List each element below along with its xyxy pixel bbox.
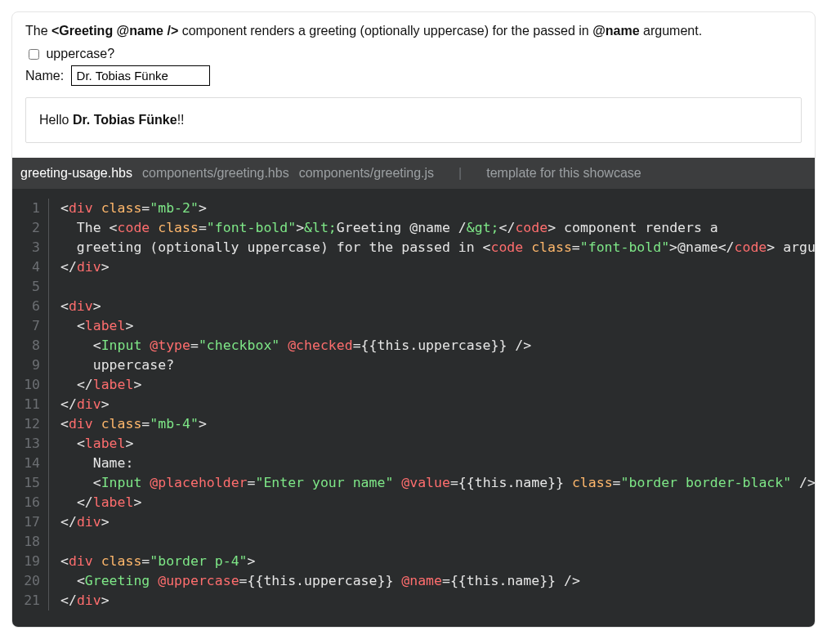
token-attr: class: [101, 553, 142, 569]
code-content: <div>: [60, 297, 114, 316]
line-number: 18: [12, 532, 48, 552]
code-content: </div>: [60, 395, 123, 414]
code-line: 12<div class="mb-4">: [12, 414, 815, 434]
token-expr: {{this.uppercase}}: [361, 338, 507, 353]
token-punct: <: [93, 475, 101, 490]
token-text: [150, 573, 158, 588]
token-punct: =: [141, 553, 150, 569]
desc-code-greeting: <Greeting @name />: [51, 24, 178, 38]
token-punct: >: [767, 239, 775, 255]
token-punct: =: [450, 475, 458, 490]
token-text: [791, 475, 799, 490]
line-number: 4: [12, 257, 48, 277]
greeting-bang: !!: [177, 113, 185, 127]
code-content: [60, 532, 82, 552]
uppercase-row: uppercase?: [25, 47, 802, 62]
gutter-bar: [48, 277, 60, 297]
token-punct: />: [564, 573, 580, 588]
code-content: </div>: [60, 591, 123, 610]
token-tag: label: [85, 318, 126, 333]
gutter-bar: [48, 473, 60, 493]
token-tag: div: [77, 514, 101, 530]
uppercase-checkbox[interactable]: [29, 49, 39, 60]
token-arg: @uppercase: [158, 573, 239, 588]
token-text: argument.: [775, 239, 815, 255]
token-punct: =: [239, 573, 248, 588]
desc-mid: component renders a greeting (optionally…: [178, 24, 592, 38]
tab-template-showcase[interactable]: template for this showcase: [486, 166, 641, 181]
uppercase-label[interactable]: uppercase?: [25, 47, 114, 60]
gutter-bar: [48, 297, 60, 316]
tab-separator: |: [444, 166, 476, 181]
gutter-bar: [48, 395, 60, 414]
token-str: "Enter your name": [255, 475, 393, 490]
token-attr: class: [101, 416, 142, 432]
token-str: "font-bold": [580, 239, 669, 255]
token-arg: @type: [150, 338, 190, 353]
token-str: "mb-4": [150, 416, 199, 432]
token-str: "checkbox": [199, 338, 279, 353]
token-punct: <: [77, 573, 85, 588]
token-punct: />: [515, 338, 531, 353]
token-punct: </: [499, 220, 516, 235]
code-content: <Greeting @uppercase={{this.uppercase}} …: [60, 571, 593, 591]
token-punct: <: [77, 318, 85, 333]
code-line: 13 <label>: [12, 434, 815, 454]
token-punct: >: [101, 514, 110, 530]
line-number: 7: [12, 316, 48, 336]
line-number: 8: [12, 336, 48, 356]
token-expr: {{this.name}}: [450, 573, 556, 588]
token-text: greeting (optionally uppercase) for the …: [60, 239, 483, 255]
code-content: <Input @type="checkbox" @checked={{this.…: [60, 336, 544, 356]
token-text: Name:: [60, 455, 133, 471]
code-content: </div>: [60, 512, 123, 532]
token-arg: @value: [401, 475, 450, 490]
code-line: 4</div>: [12, 257, 815, 277]
code-line: 18: [12, 532, 815, 552]
code-content: </label>: [60, 375, 154, 395]
token-punct: =: [141, 200, 150, 216]
token-punct: <: [483, 239, 491, 255]
token-arg: @name: [401, 573, 442, 588]
desc-suffix: argument.: [640, 24, 702, 38]
gutter-bar: [48, 414, 60, 434]
gutter-bar: [48, 218, 60, 238]
code-line: 7 <label>: [12, 316, 815, 336]
token-text: [141, 475, 150, 490]
token-text: [60, 494, 77, 510]
token-tag: div: [77, 593, 101, 608]
token-text: [279, 338, 288, 353]
name-input[interactable]: [71, 65, 210, 86]
tab-greeting-hbs[interactable]: components/greeting.hbs: [142, 166, 289, 181]
token-text: [60, 436, 77, 451]
greeting-output: Hello Dr. Tobias Fünke!!: [25, 97, 802, 143]
token-punct: >: [199, 416, 207, 432]
token-punct: >: [133, 377, 141, 392]
code-editor[interactable]: 1<div class="mb-2">2 The <code class="fo…: [12, 189, 815, 627]
gutter-bar: [48, 493, 60, 512]
token-text: [60, 377, 77, 392]
line-number: 5: [12, 277, 48, 297]
token-tag: label: [93, 377, 134, 392]
code-line: 11</div>: [12, 395, 815, 414]
token-tag: div: [77, 259, 101, 275]
code-content: <div class="border p-4">: [60, 552, 268, 571]
token-tag: div: [77, 396, 101, 412]
token-punct: =: [141, 416, 150, 432]
token-text: [523, 239, 531, 255]
code-line: 9 uppercase?: [12, 356, 815, 375]
name-label[interactable]: Name:: [25, 69, 210, 83]
token-punct: <: [110, 220, 118, 235]
code-line: 21</div>: [12, 591, 815, 610]
token-text: [93, 416, 101, 432]
gutter-bar: [48, 454, 60, 473]
token-punct: >: [199, 200, 207, 216]
token-punct: >: [93, 298, 101, 314]
code-content: </div>: [60, 257, 123, 277]
gutter-bar: [48, 591, 60, 610]
tab-greeting-js[interactable]: components/greeting.js: [299, 166, 434, 181]
token-comp: Input: [101, 475, 142, 490]
code-line: 1<div class="mb-2">: [12, 199, 815, 218]
tab-greeting-usage[interactable]: greeting-usage.hbs: [20, 166, 132, 181]
code-content: Name:: [60, 454, 146, 473]
